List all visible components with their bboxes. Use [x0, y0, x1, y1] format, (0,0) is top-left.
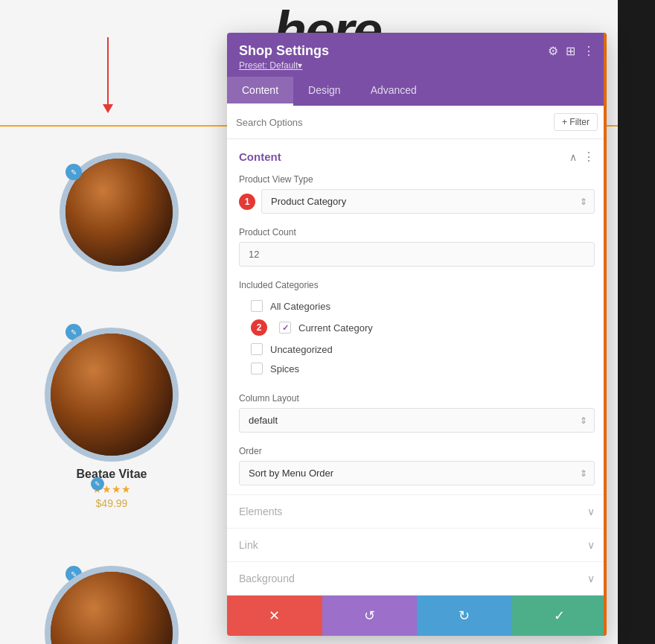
- category-spices-checkbox[interactable]: [251, 363, 263, 374]
- category-uncategorized-label: Uncategorized: [270, 344, 333, 355]
- category-all-checkbox[interactable]: [251, 300, 263, 312]
- order-field: Order Sort by Menu Order: [227, 441, 607, 494]
- edit-badge-1[interactable]: ✎: [66, 164, 82, 180]
- product-view-type-input-row: 1 Product Category: [239, 189, 595, 214]
- category-uncategorized: Uncategorized: [239, 339, 595, 359]
- redo-button[interactable]: ↻: [417, 596, 512, 636]
- panel-tabs: Content Design Advanced: [227, 77, 607, 106]
- panel-title: Shop Settings: [239, 43, 329, 59]
- category-spices: Spices: [239, 359, 595, 378]
- filter-button[interactable]: + Filter: [554, 113, 598, 131]
- link-chevron: ∨: [587, 539, 595, 551]
- preset-label[interactable]: Preset: Default▾: [239, 60, 595, 71]
- product-view-type-select[interactable]: Product Category: [261, 189, 595, 214]
- search-bar: + Filter: [227, 106, 607, 139]
- category-current-checkbox[interactable]: [279, 322, 291, 334]
- undo-button[interactable]: ↺: [322, 596, 418, 636]
- background-section[interactable]: Background ∨: [227, 561, 607, 595]
- panel-footer: ✕ ↺ ↻ ✓: [227, 595, 607, 636]
- arrow-head: [103, 104, 113, 113]
- badge-2: 2: [251, 319, 267, 336]
- product-view-type-field: Product View Type 1 Product Category: [227, 170, 607, 223]
- column-layout-field: Column Layout default: [227, 389, 607, 441]
- product-view-type-label: Product View Type: [239, 174, 595, 185]
- category-all-label: All Categories: [270, 301, 330, 312]
- panel-body: Content ∧ ⋮ Product View Type 1 Product …: [227, 139, 607, 595]
- tab-content[interactable]: Content: [227, 77, 293, 106]
- badge-1: 1: [239, 194, 255, 210]
- save-button[interactable]: ✓: [512, 596, 607, 636]
- cancel-button[interactable]: ✕: [227, 596, 322, 636]
- background-label: Background: [239, 573, 295, 584]
- column-layout-label: Column Layout: [239, 393, 595, 404]
- tab-design[interactable]: Design: [293, 77, 356, 106]
- tab-advanced[interactable]: Advanced: [356, 77, 432, 106]
- product-image-2: [45, 328, 179, 462]
- link-section[interactable]: Link ∨: [227, 528, 607, 561]
- product-stars-1: ★★★★ ✎: [92, 483, 131, 495]
- order-select-wrapper: Sort by Menu Order: [239, 461, 595, 485]
- product-price-1: $49.99: [96, 497, 128, 509]
- panel-header: Shop Settings ⚙ ⊞ ⋮ Preset: Default▾: [227, 33, 607, 77]
- product-count-label: Product Count: [239, 227, 595, 237]
- category-all: All Categories: [239, 296, 595, 316]
- product-count-field: Product Count: [227, 223, 607, 275]
- section-collapse-icon[interactable]: ∧: [569, 151, 577, 163]
- red-arrow: [103, 37, 113, 113]
- category-spices-label: Spices: [270, 363, 299, 374]
- included-categories-field: Included Categories All Categories 2 Cur…: [227, 275, 607, 389]
- order-label: Order: [239, 446, 595, 456]
- order-select[interactable]: Sort by Menu Order: [239, 461, 595, 485]
- arrow-line: [107, 37, 109, 104]
- elements-section[interactable]: Elements ∨: [227, 494, 607, 528]
- shop-settings-panel: Shop Settings ⚙ ⊞ ⋮ Preset: Default▾ Con…: [227, 33, 607, 636]
- content-section-header: Content ∧ ⋮: [227, 139, 607, 170]
- header-icons: ⚙ ⊞ ⋮: [548, 44, 595, 58]
- product-count-input[interactable]: [239, 242, 595, 267]
- elements-label: Elements: [239, 506, 282, 517]
- more-options-icon[interactable]: ⋮: [583, 44, 595, 58]
- column-layout-select[interactable]: default: [239, 408, 595, 433]
- categories-list: All Categories 2 Current Category Uncate…: [239, 295, 595, 380]
- included-categories-label: Included Categories: [239, 280, 595, 290]
- section-controls: ∧ ⋮: [569, 150, 595, 164]
- category-uncategorized-checkbox[interactable]: [251, 343, 263, 355]
- background-chevron: ∨: [587, 573, 595, 584]
- column-layout-select-wrapper: default: [239, 408, 595, 433]
- search-input[interactable]: [236, 117, 554, 128]
- product-image-3: [45, 566, 179, 644]
- settings-icon[interactable]: ⚙: [548, 44, 558, 58]
- content-section-title: Content: [239, 150, 281, 163]
- right-sidebar: [618, 0, 655, 644]
- product-name-1: Beatae Vitae: [77, 468, 147, 481]
- columns-icon[interactable]: ⊞: [566, 44, 575, 58]
- panel-accent-edge: [604, 33, 607, 636]
- elements-chevron: ∨: [587, 506, 595, 517]
- category-current-label: Current Category: [298, 322, 373, 334]
- section-menu-icon[interactable]: ⋮: [583, 150, 595, 164]
- category-current: 2 Current Category: [239, 316, 595, 339]
- link-label: Link: [239, 539, 258, 551]
- product-view-type-select-wrapper: Product Category: [261, 189, 595, 214]
